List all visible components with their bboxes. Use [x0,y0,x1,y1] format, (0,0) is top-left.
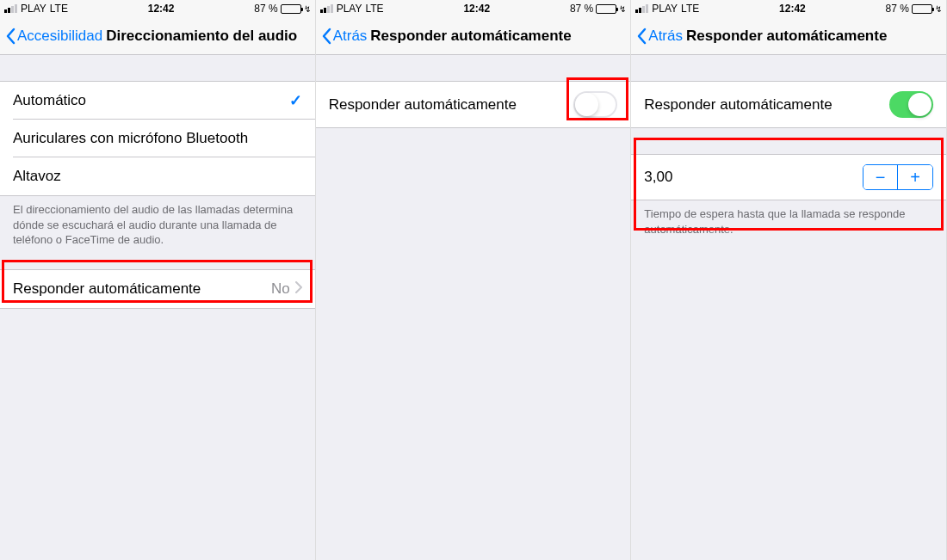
check-icon: ✓ [289,91,302,110]
status-bar: PLAY LTE 12:42 87 % ↯ [631,0,946,17]
charging-icon: ↯ [619,4,626,14]
carrier-label: PLAY [337,3,362,15]
battery-percent: 87 % [570,3,593,15]
value-label: No [271,280,290,298]
nav-bar: Accesibilidad Direccionamiento del audio [0,17,315,55]
signal-icon [320,4,333,13]
list-item-auto-answer[interactable]: Responder automáticamente No [0,270,315,308]
stepper-plus-button[interactable]: + [898,165,932,189]
charging-icon: ↯ [935,4,942,14]
chevron-left-icon [5,28,15,45]
back-label: Atrás [333,28,368,45]
list-item-label: Altavoz [13,168,61,185]
page-title: Responder automáticamente [370,28,571,45]
list-item-duration: 3,00 − + [631,155,946,200]
page-title: Direccionamiento del audio [106,28,297,45]
carrier-label: PLAY [21,3,46,15]
list-item-label: Automático [13,92,86,109]
back-label: Accesibilidad [17,28,102,45]
duration-stepper: − + [863,164,933,190]
list-item-speaker[interactable]: Altavoz [0,157,315,195]
minus-icon: − [876,168,886,188]
back-button[interactable]: Atrás [636,28,683,45]
chevron-right-icon [295,281,302,297]
auto-answer-toggle-group: Responder automáticamente [631,81,946,128]
chevron-left-icon [636,28,647,45]
duration-value: 3,00 [644,169,672,186]
time-label: 12:42 [779,3,806,15]
list-item-label: Responder automáticamente [644,96,832,114]
duration-group: 3,00 − + [631,154,946,200]
status-bar: PLAY LTE 12:42 87 % ↯ [316,0,631,17]
battery-icon [281,4,301,14]
battery-percent: 87 % [886,3,909,15]
auto-answer-toggle-group: Responder automáticamente [316,81,631,128]
battery-icon [912,4,932,14]
status-bar: PLAY LTE 12:42 87 % ↯ [0,0,315,17]
charging-icon: ↯ [304,4,311,14]
list-item-bluetooth[interactable]: Auriculares con micrófono Bluetooth [0,120,315,157]
list-item-label: Responder automáticamente [329,96,517,114]
list-item-auto-answer-toggle[interactable]: Responder automáticamente [631,82,946,127]
screen-auto-answer-off: PLAY LTE 12:42 87 % ↯ Atrás Responder au… [316,0,632,560]
toggle-switch[interactable] [889,91,933,118]
audio-routing-list: Automático ✓ Auriculares con micrófono B… [0,81,315,196]
back-label: Atrás [648,28,683,45]
list-item-auto-answer-toggle[interactable]: Responder automáticamente [316,82,631,127]
page-title: Responder automáticamente [686,28,887,45]
toggle-knob [908,93,932,116]
time-label: 12:42 [463,3,490,15]
network-label: LTE [681,3,699,15]
carrier-label: PLAY [652,3,678,15]
footer-text: Tiempo de espera hasta que la llamada se… [631,200,946,243]
list-item-label: Auriculares con micrófono Bluetooth [13,130,248,147]
battery-percent: 87 % [254,3,277,15]
chevron-left-icon [321,28,331,45]
list-item-label: Responder automáticamente [13,280,201,298]
network-label: LTE [365,3,383,15]
nav-bar: Atrás Responder automáticamente [631,17,946,55]
screen-audio-routing: PLAY LTE 12:42 87 % ↯ Accesibilidad Dire… [0,0,316,560]
list-item-automatic[interactable]: Automático ✓ [0,82,315,120]
plus-icon: + [910,168,920,188]
stepper-minus-button[interactable]: − [863,165,898,189]
signal-icon [635,4,648,13]
time-label: 12:42 [148,3,175,15]
toggle-switch[interactable] [573,91,617,118]
battery-icon [596,4,616,14]
back-button[interactable]: Atrás [321,28,368,45]
nav-bar: Atrás Responder automáticamente [316,17,631,55]
signal-icon [4,4,17,13]
auto-answer-group: Responder automáticamente No [0,269,315,309]
footer-text: El direccionamiento del audio de las lla… [0,196,315,254]
network-label: LTE [50,3,68,15]
toggle-knob [575,93,598,116]
screen-auto-answer-on: PLAY LTE 12:42 87 % ↯ Atrás Responder au… [631,0,947,560]
back-button[interactable]: Accesibilidad [5,28,102,45]
